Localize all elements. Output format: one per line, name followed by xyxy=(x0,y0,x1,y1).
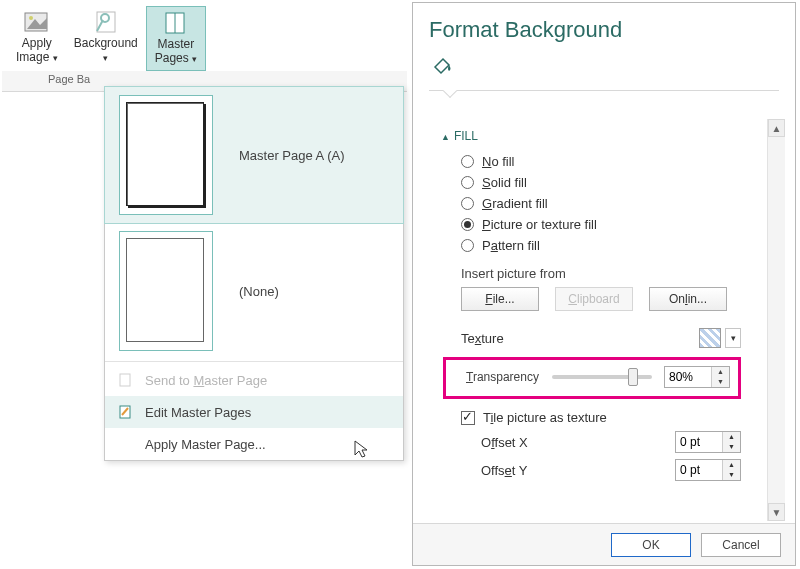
apply-image-label: ApplyImage xyxy=(16,36,52,64)
online-button[interactable]: Onlin... xyxy=(649,287,727,311)
radio-icon xyxy=(461,239,474,252)
pattern-fill-radio[interactable]: Pattern fill xyxy=(441,235,743,256)
background-button[interactable]: Background▾ xyxy=(66,6,146,69)
format-background-pane: Format Background ▲ ▼ ▲FILL No fill Soli… xyxy=(412,2,796,566)
cursor-icon xyxy=(353,439,371,464)
pane-footer: OK Cancel xyxy=(413,523,795,565)
no-fill-radio[interactable]: No fill xyxy=(441,151,743,172)
ok-button[interactable]: OK xyxy=(611,533,691,557)
master-pages-button[interactable]: MasterPages ▾ xyxy=(146,6,206,71)
scroll-down-icon[interactable]: ▼ xyxy=(768,503,785,521)
transparency-input[interactable] xyxy=(665,367,711,387)
edit-icon xyxy=(117,404,135,420)
clipboard-button: Clipboard xyxy=(555,287,633,311)
checkbox-icon xyxy=(461,411,475,425)
radio-icon xyxy=(461,176,474,189)
spin-down-icon[interactable]: ▼ xyxy=(712,377,729,387)
transparency-label: Transparency xyxy=(466,370,539,384)
master-page-item-none[interactable]: (None) xyxy=(105,223,403,359)
offset-y-label: Offset Y xyxy=(481,463,528,478)
fill-category-icon[interactable] xyxy=(413,51,795,86)
tile-checkbox-row[interactable]: Tile picture as texture xyxy=(441,407,743,428)
spin-up-icon[interactable]: ▲ xyxy=(712,367,729,377)
transparency-spinner[interactable]: ▲▼ xyxy=(664,366,730,388)
page-thumbnail-icon xyxy=(119,231,213,351)
radio-icon xyxy=(461,155,474,168)
scroll-up-icon[interactable]: ▲ xyxy=(768,119,785,137)
svg-point-2 xyxy=(29,16,33,20)
insert-picture-from-label: Insert picture from xyxy=(441,256,743,287)
background-icon xyxy=(90,8,122,36)
apply-master-page-label: Apply Master Page... xyxy=(145,437,266,452)
offset-x-label: Offset X xyxy=(481,435,528,450)
send-icon xyxy=(117,372,135,388)
offset-y-input[interactable] xyxy=(676,460,722,480)
send-to-master-page: Send to Master Page xyxy=(105,364,403,396)
offset-y-spinner[interactable]: ▲▼ xyxy=(675,459,741,481)
edit-master-pages-label: Edit Master Pages xyxy=(145,405,251,420)
gradient-fill-radio[interactable]: Gradient fill xyxy=(441,193,743,214)
radio-icon xyxy=(461,218,474,231)
texture-dropdown-button[interactable]: ▾ xyxy=(725,328,741,348)
apply-image-icon xyxy=(21,8,53,36)
apply-image-button[interactable]: ApplyImage ▾ xyxy=(8,6,66,69)
picture-fill-radio[interactable]: Picture or texture fill xyxy=(441,214,743,235)
scrollbar[interactable]: ▲ ▼ xyxy=(767,119,785,521)
svg-rect-7 xyxy=(120,374,130,386)
page-thumbnail-icon xyxy=(119,95,213,215)
master-page-item-a[interactable]: Master Page A (A) xyxy=(104,86,404,224)
radio-icon xyxy=(461,197,474,210)
solid-fill-radio[interactable]: Solid fill xyxy=(441,172,743,193)
file-button[interactable]: File... xyxy=(461,287,539,311)
edit-master-pages[interactable]: Edit Master Pages xyxy=(105,396,403,428)
transparency-slider[interactable] xyxy=(552,375,652,379)
transparency-row: Transparency ▲▼ xyxy=(443,357,741,399)
offset-x-input[interactable] xyxy=(676,432,722,452)
apply-master-page[interactable]: Apply Master Page... xyxy=(105,428,403,460)
master-pages-icon xyxy=(160,9,192,37)
texture-swatch[interactable] xyxy=(699,328,721,348)
texture-label: Texture xyxy=(461,331,504,346)
pane-title: Format Background xyxy=(413,3,795,51)
master-page-item-label: (None) xyxy=(239,284,279,299)
cancel-button[interactable]: Cancel xyxy=(701,533,781,557)
background-label: Background xyxy=(74,36,138,50)
master-pages-label: MasterPages xyxy=(155,37,195,65)
offset-x-spinner[interactable]: ▲▼ xyxy=(675,431,741,453)
master-pages-dropdown: Master Page A (A) (None) Send to Master … xyxy=(104,86,404,461)
master-page-item-label: Master Page A (A) xyxy=(239,148,345,163)
ribbon: ApplyImage ▾ Background▾ MasterPages ▾ P… xyxy=(2,2,407,92)
fill-section-header[interactable]: ▲FILL xyxy=(441,125,743,151)
